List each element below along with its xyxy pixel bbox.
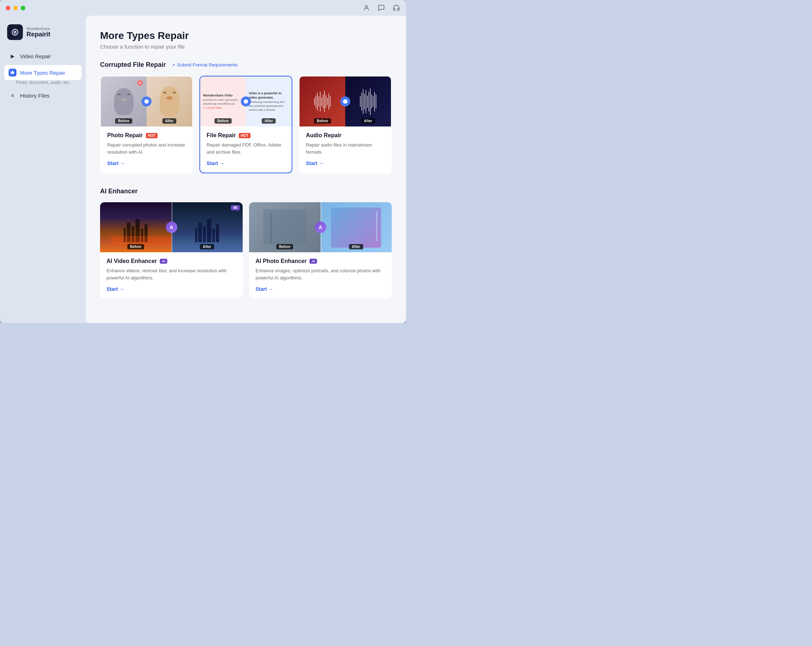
ai-video-start[interactable]: Start →: [107, 286, 236, 292]
video-before-label: Before: [127, 244, 144, 249]
corrupted-file-repair-header: Corrupted File Repair ↗ Submit Format Re…: [100, 61, 392, 69]
close-button[interactable]: [6, 6, 11, 11]
after-label: After: [162, 118, 176, 123]
audio-repair-title-row: Audio Repair: [306, 132, 385, 139]
audio-after-label: After: [361, 118, 375, 123]
photo-before: ✕ Before: [101, 76, 147, 126]
photo-repair-title-row: Photo Repair HOT: [107, 132, 186, 139]
audio-waveform-before: [311, 91, 333, 112]
svg-point-0: [365, 5, 368, 8]
file-repair-desc: Repair damaged PDF, Office, Adobe and ar…: [206, 142, 285, 155]
audio-before-label: Before: [314, 118, 331, 123]
ai-video-enhancer-card[interactable]: 4K A Before After AI Video Enhancer AI E…: [100, 202, 243, 299]
audio-repair-body: Audio Repair Repair audio files in mains…: [299, 126, 391, 172]
before-after-file: Wondershare Virbo powerful AI video gene…: [200, 76, 292, 126]
ai-photo-enhancer-body: AI Photo Enhancer AI Enhance images, opt…: [249, 252, 392, 299]
photo-after-label2: After: [349, 244, 363, 249]
audio-repair-image: Before: [299, 76, 391, 126]
ai-enhancer-cards: 4K A Before After AI Video Enhancer AI E…: [100, 202, 392, 299]
external-link-icon: ↗: [171, 62, 175, 67]
video-repair-icon: ▶: [9, 52, 17, 60]
ai-photo-start[interactable]: Start →: [255, 286, 385, 292]
ai-photo-enhancer-image: A Before After: [249, 202, 392, 252]
logo-text: Wondershare Repairit: [26, 26, 50, 38]
audio-repair-title: Audio Repair: [306, 132, 342, 139]
ai-photo-badge: AI: [310, 259, 317, 264]
file-repair-center-badge: [241, 96, 251, 107]
audio-waveform-after: [357, 88, 379, 115]
main-content: More Types Repair Choose a function to r…: [86, 16, 406, 323]
app-window: Wondershare Repairit ▶ Video Repair More…: [0, 0, 406, 323]
ai-photo-title: AI Photo Enhancer: [255, 258, 307, 264]
audio-before: Before: [299, 76, 345, 126]
title-bar: [0, 0, 406, 16]
file-after: Virbo is a powerful AI video generator, …: [246, 76, 292, 126]
photo-repair-start[interactable]: Start →: [107, 160, 186, 166]
ai-photo-desc: Enhance images, optimize portraits, and …: [255, 267, 385, 281]
page-title: More Types Repair: [100, 30, 392, 41]
logo-brand: Wondershare: [26, 26, 50, 31]
logo-name: Repairit: [26, 31, 50, 38]
file-after-label: After: [262, 118, 276, 123]
photo-repair-desc: Repair corrupted photos and increase res…: [107, 142, 186, 155]
file-repair-hot-badge: HOT: [239, 133, 250, 138]
ai-video-title-row: AI Video Enhancer AI: [107, 258, 236, 264]
ai-video-enhancer-image: 4K A Before After: [100, 202, 243, 252]
section-title-corrupted: Corrupted File Repair: [100, 61, 166, 69]
ai-photo-center-badge: A: [315, 221, 326, 233]
title-bar-actions: [362, 4, 400, 12]
audio-repair-desc: Repair audio files in mainstream formats…: [306, 142, 385, 155]
photo-repair-title: Photo Repair: [107, 132, 143, 139]
sidebar-item-label: More Types Repair: [20, 70, 65, 76]
photo-after: After: [147, 76, 192, 126]
audio-repair-start[interactable]: Start →: [306, 160, 385, 166]
corrupted-file-repair-cards: ✕ Before After: [100, 76, 392, 173]
minimize-button[interactable]: [13, 6, 18, 11]
video-after-label: After: [200, 244, 214, 249]
before-after-audio: Before: [299, 76, 391, 126]
traffic-lights: [6, 6, 25, 11]
ai-video-title: AI Video Enhancer: [107, 258, 157, 264]
sidebar-item-video-repair[interactable]: ▶ Video Repair: [4, 49, 81, 64]
file-repair-title: File Repair: [206, 132, 236, 139]
photo-repair-image: ✕ Before After: [101, 76, 192, 126]
4k-badge: 4K: [231, 205, 240, 210]
ai-video-center-badge: A: [166, 221, 177, 233]
account-icon[interactable]: [362, 4, 370, 12]
sidebar-item-history-files[interactable]: ≡ History Files: [4, 88, 81, 103]
photo-before-label2: Before: [276, 244, 293, 249]
audio-repair-center-badge: [340, 96, 350, 107]
file-repair-start[interactable]: Start →: [206, 160, 285, 166]
submit-format-link[interactable]: ↗ Submit Format Requirements: [171, 62, 238, 67]
ai-video-desc: Enhance videos, remove blur, and increas…: [107, 267, 236, 281]
before-label: Before: [115, 118, 132, 123]
sidebar-item-more-types-repair[interactable]: More Types Repair: [4, 65, 81, 80]
app-logo-icon: [7, 24, 23, 40]
more-types-icon: [9, 69, 17, 76]
before-after-photo: ✕ Before After: [101, 76, 192, 126]
logo-area: Wondershare Repairit: [4, 21, 81, 47]
audio-repair-card[interactable]: Before: [299, 76, 392, 173]
photo-repair-body: Photo Repair HOT Repair corrupted photos…: [101, 126, 192, 172]
maximize-button[interactable]: [21, 6, 25, 11]
file-repair-card[interactable]: Wondershare Virbo powerful AI video gene…: [200, 76, 292, 173]
ai-video-enhancer-body: AI Video Enhancer AI Enhance videos, rem…: [100, 252, 243, 299]
photo-repair-hot-badge: HOT: [146, 133, 157, 138]
file-repair-body: File Repair HOT Repair damaged PDF, Offi…: [200, 126, 292, 172]
file-repair-image: Wondershare Virbo powerful AI video gene…: [200, 76, 292, 126]
chat-icon[interactable]: [377, 4, 385, 12]
ai-photo-title-row: AI Photo Enhancer AI: [255, 258, 385, 264]
file-before-label: Before: [214, 118, 232, 123]
sidebar-item-label: Video Repair: [20, 53, 51, 59]
audio-after: After: [345, 76, 391, 126]
sidebar: Wondershare Repairit ▶ Video Repair More…: [0, 16, 86, 323]
page-subtitle: Choose a function to repair your file: [100, 44, 392, 50]
ai-enhancer-header: AI Enhancer: [100, 187, 392, 195]
file-repair-title-row: File Repair HOT: [206, 132, 285, 139]
headset-icon[interactable]: [392, 4, 400, 12]
ai-photo-enhancer-card[interactable]: A Before After AI Photo Enhancer AI Enha…: [249, 202, 392, 299]
ai-video-badge: AI: [160, 259, 167, 264]
history-files-icon: ≡: [9, 91, 17, 99]
photo-repair-card[interactable]: ✕ Before After: [100, 76, 193, 173]
sidebar-item-subtitle: Photo, document, audio, etc.: [16, 80, 81, 87]
